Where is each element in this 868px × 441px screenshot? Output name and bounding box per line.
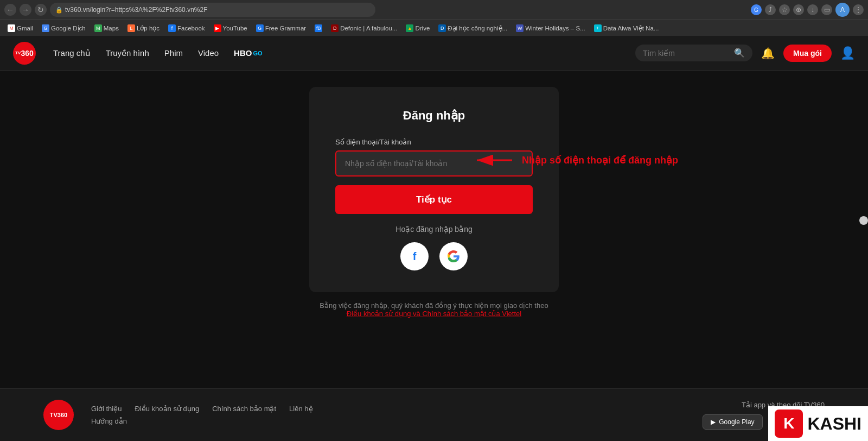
google-dich-favicon: G [42,24,49,32]
google-play-icon: ▶ [711,418,716,426]
continue-button[interactable]: Tiếp tục [335,185,533,214]
kashi-k-logo: K [775,410,803,438]
arrow-icon [474,152,518,168]
terms-link[interactable]: Điều khoản sử dụng và Chính sách bảo mật… [347,310,521,318]
user-icon[interactable]: 👤 [840,46,855,60]
bookmarks-bar: M Gmail G Google Dịch M Maps L Lớp học f… [0,20,868,36]
kashi-watermark: K KASHI [768,406,868,441]
bookmark-google-dich[interactable]: G Google Dịch [39,23,89,33]
download-icon[interactable]: ↓ [807,4,818,15]
defonic-favicon: D [331,24,339,32]
share-icon[interactable]: ⤴ [765,4,776,15]
google-play-label: Google Play [719,418,754,426]
bookmark-google-dich-label: Google Dịch [51,24,86,32]
footer-logo: TV360 [43,400,74,430]
browser-actions: G ⤴ ☆ ⊕ ↓ ▭ A ⋮ [751,3,864,17]
search-box[interactable]: 🔍 [635,45,752,61]
maps-favicon: M [94,24,102,32]
main-content: Đăng nhập Số điện thoại/Tài khoản Tiếp t… [0,71,868,388]
nav-right: 🔍 🔔 Mua gói 👤 [635,45,855,62]
bookmark-grammar[interactable]: G Free Grammar [253,23,309,33]
bookmark-data-label: Data Aiwa Việt Na... [603,24,659,32]
footer-links-row2: Hướng dẫn [91,417,313,425]
bookmark-winter[interactable]: W Winter Holidays – S... [513,23,589,33]
footer-left: TV360 Giới thiệu Điều khoản sử dụng Chín… [43,400,313,430]
menu-icon[interactable]: ⋮ [853,4,864,15]
facebook-login-button[interactable]: f [400,242,429,270]
login-title: Đăng nhập [335,109,533,123]
bookmark-gmail-label: Gmail [17,25,33,32]
site-logo[interactable]: TV 360 [13,42,36,65]
nav-hbo[interactable]: HBO GO [234,48,262,58]
bookmark-maps-label: Maps [104,25,119,32]
drive-favicon: ▲ [406,24,413,32]
buy-button[interactable]: Mua gói [783,45,832,62]
bookmark-winter-label: Winter Holidays – S... [525,25,585,32]
bottom-note-line1: Bằng việc đăng nhập, quý khách đã đồng ý… [320,301,548,310]
footer-lienhe[interactable]: Liên hệ [289,405,312,413]
nav-phim[interactable]: Phim [164,48,183,58]
go-text: GO [253,50,262,56]
website-container: TV 360 Trang chủ Truyền hình Phim Video … [0,36,868,441]
main-nav: TV 360 Trang chủ Truyền hình Phim Video … [0,36,868,71]
nav-forward-button[interactable]: → [20,4,31,16]
bookmark-gmail[interactable]: M Gmail [4,23,36,33]
footer-gioithieu[interactable]: Giới thiệu [91,405,122,413]
social-buttons: f [335,242,533,270]
field-label: Số điện thoại/Tài khoản [335,138,533,146]
bookmark-drive[interactable]: ▲ Drive [403,23,433,33]
footer-chinhsach[interactable]: Chính sách bảo mật [212,405,276,413]
footer-links-row1: Giới thiệu Điều khoản sử dụng Chính sách… [91,405,313,413]
search-input[interactable] [643,49,730,58]
bookmark-drive-label: Drive [415,25,430,32]
nav-truyenhinh[interactable]: Truyền hình [106,48,149,58]
data-favicon: + [594,24,602,32]
bookmark-defonic[interactable]: D Defonic | A fabulou... [328,23,400,33]
gmail-favicon: M [8,24,15,32]
logo-circle: TV 360 [13,42,36,65]
url-bar[interactable]: 🔒 tv360.vn/login?r=https%3A%2F%2Ftv360.v… [50,3,375,17]
scrollbar-indicator[interactable] [859,216,868,225]
bookmark-dhcn-label: Đại học công nghiệ... [448,24,507,32]
bookmark-dhcn[interactable]: Đ Đại học công nghiệ... [435,23,510,33]
bookmark-youtube[interactable]: ▶ YouTube [210,23,251,33]
extensions-icon[interactable]: G [751,4,762,15]
bookmark-facebook[interactable]: f Facebook [165,23,208,33]
bookmark-lophoc-label: Lớp học [137,24,159,32]
annotation: Nhập số điện thoại để đăng nhập [474,152,678,168]
bookmark-maps[interactable]: M Maps [91,23,122,33]
bookmark-facebook-label: Facebook [177,25,205,32]
annotation-text: Nhập số điện thoại để đăng nhập [522,154,678,166]
lophoc-favicon: L [127,24,135,32]
footer: TV360 Giới thiệu Điều khoản sử dụng Chín… [0,388,868,441]
bookmark-lophoc[interactable]: L Lớp học [124,23,163,33]
bookmark-data[interactable]: + Data Aiwa Việt Na... [591,23,662,33]
kashi-text: KASHI [807,414,861,434]
bookmark-fb2[interactable]: fB [311,23,326,33]
hbo-text: HBO [234,48,252,58]
bookmark-star-icon[interactable]: ☆ [779,4,790,15]
nav-trangchu[interactable]: Trang chủ [53,48,91,58]
google-icon [448,250,459,262]
window-icon[interactable]: ▭ [821,4,832,15]
nav-back-button[interactable]: ← [4,4,16,16]
search-icon[interactable]: 🔍 [734,48,745,58]
facebook-icon: f [413,250,417,263]
nav-video[interactable]: Video [198,48,219,58]
browser-chrome: ← → ↻ 🔒 tv360.vn/login?r=https%3A%2F%2Ft… [0,0,868,20]
google-play-button[interactable]: ▶ Google Play [703,414,762,430]
google-login-button[interactable] [439,242,468,270]
bookmark-grammar-label: Free Grammar [265,25,306,32]
grammar-favicon: G [256,24,264,32]
nav-refresh-button[interactable]: ↻ [35,4,47,16]
puzzle-icon[interactable]: ⊕ [793,4,804,15]
bookmark-defonic-label: Defonic | A fabulou... [340,25,397,32]
youtube-favicon: ▶ [214,24,221,32]
footer-huongdan[interactable]: Hướng dẫn [91,417,127,425]
login-card: Đăng nhập Số điện thoại/Tài khoản Tiếp t… [309,87,559,292]
bell-icon[interactable]: 🔔 [761,47,775,60]
footer-dieukoan[interactable]: Điều khoản sử dụng [135,405,199,413]
footer-links: Giới thiệu Điều khoản sử dụng Chính sách… [91,405,313,425]
profile-avatar[interactable]: A [835,3,850,17]
nav-links: Trang chủ Truyền hình Phim Video HBO GO [53,48,635,58]
